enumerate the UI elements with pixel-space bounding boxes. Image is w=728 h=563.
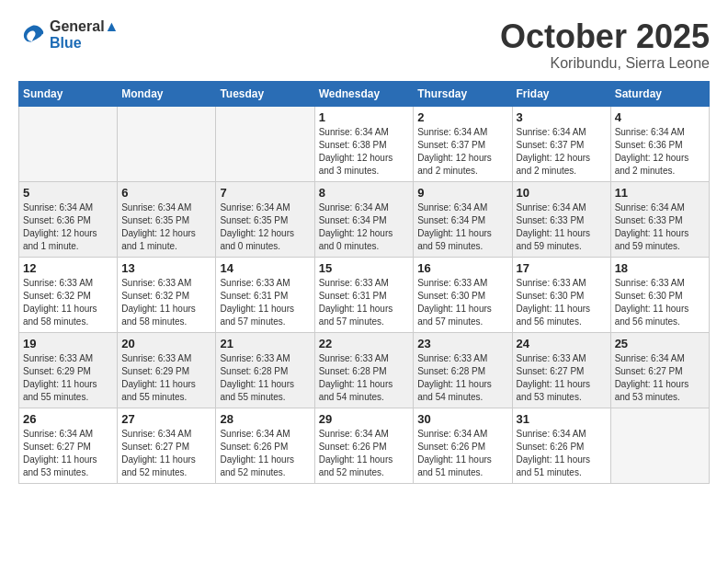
calendar-day: 23Sunrise: 6:33 AM Sunset: 6:28 PM Dayli…	[414, 332, 512, 408]
calendar-day: 31Sunrise: 6:34 AM Sunset: 6:26 PM Dayli…	[512, 408, 610, 483]
col-header-tuesday: Tuesday	[216, 81, 314, 106]
day-number: 7	[220, 186, 310, 200]
day-number: 19	[23, 337, 113, 350]
col-header-monday: Monday	[118, 81, 216, 106]
day-info: Sunrise: 6:33 AM Sunset: 6:28 PM Dayligh…	[319, 352, 410, 404]
day-number: 16	[417, 261, 507, 275]
day-info: Sunrise: 6:33 AM Sunset: 6:31 PM Dayligh…	[220, 277, 310, 328]
calendar-day: 10Sunrise: 6:34 AM Sunset: 6:33 PM Dayli…	[512, 181, 610, 257]
calendar-day: 7Sunrise: 6:34 AM Sunset: 6:35 PM Daylig…	[216, 181, 314, 257]
calendar-day	[610, 408, 709, 483]
day-number: 3	[517, 110, 607, 124]
day-info: Sunrise: 6:34 AM Sunset: 6:27 PM Dayligh…	[23, 428, 113, 479]
col-header-wednesday: Wednesday	[314, 81, 414, 106]
calendar-day: 15Sunrise: 6:33 AM Sunset: 6:31 PM Dayli…	[314, 257, 414, 332]
day-info: Sunrise: 6:33 AM Sunset: 6:27 PM Dayligh…	[517, 352, 607, 404]
day-number: 17	[517, 261, 607, 275]
logo: General▲ Blue	[18, 18, 119, 51]
day-number: 8	[319, 186, 410, 200]
day-number: 29	[319, 412, 410, 426]
calendar-day: 17Sunrise: 6:33 AM Sunset: 6:30 PM Dayli…	[512, 257, 610, 332]
day-info: Sunrise: 6:34 AM Sunset: 6:33 PM Dayligh…	[615, 201, 705, 253]
day-info: Sunrise: 6:33 AM Sunset: 6:29 PM Dayligh…	[121, 352, 211, 404]
day-info: Sunrise: 6:34 AM Sunset: 6:34 PM Dayligh…	[319, 201, 410, 253]
calendar-header-row: SundayMondayTuesdayWednesdayThursdayFrid…	[19, 81, 710, 106]
day-info: Sunrise: 6:33 AM Sunset: 6:28 PM Dayligh…	[220, 352, 310, 404]
calendar-table: SundayMondayTuesdayWednesdayThursdayFrid…	[18, 81, 710, 484]
day-number: 18	[615, 261, 705, 275]
day-info: Sunrise: 6:34 AM Sunset: 6:35 PM Dayligh…	[220, 201, 310, 253]
day-info: Sunrise: 6:34 AM Sunset: 6:26 PM Dayligh…	[220, 428, 310, 479]
day-number: 31	[517, 412, 607, 426]
calendar-day	[19, 106, 118, 181]
calendar-day: 26Sunrise: 6:34 AM Sunset: 6:27 PM Dayli…	[19, 408, 118, 483]
calendar-day: 25Sunrise: 6:34 AM Sunset: 6:27 PM Dayli…	[610, 332, 709, 408]
day-info: Sunrise: 6:34 AM Sunset: 6:37 PM Dayligh…	[417, 126, 507, 178]
calendar-day: 11Sunrise: 6:34 AM Sunset: 6:33 PM Dayli…	[610, 181, 709, 257]
day-info: Sunrise: 6:33 AM Sunset: 6:30 PM Dayligh…	[417, 277, 507, 328]
day-info: Sunrise: 6:34 AM Sunset: 6:33 PM Dayligh…	[517, 201, 607, 253]
calendar-day: 9Sunrise: 6:34 AM Sunset: 6:34 PM Daylig…	[414, 181, 512, 257]
day-number: 30	[417, 412, 507, 426]
day-number: 21	[220, 337, 310, 350]
day-info: Sunrise: 6:33 AM Sunset: 6:32 PM Dayligh…	[121, 277, 211, 328]
calendar-day	[118, 106, 216, 181]
logo-icon	[18, 21, 46, 49]
calendar-day: 21Sunrise: 6:33 AM Sunset: 6:28 PM Dayli…	[216, 332, 314, 408]
col-header-friday: Friday	[512, 81, 610, 106]
day-info: Sunrise: 6:34 AM Sunset: 6:26 PM Dayligh…	[319, 428, 410, 479]
calendar-day: 8Sunrise: 6:34 AM Sunset: 6:34 PM Daylig…	[314, 181, 414, 257]
day-number: 1	[319, 110, 410, 124]
day-number: 27	[121, 412, 211, 426]
calendar-day: 19Sunrise: 6:33 AM Sunset: 6:29 PM Dayli…	[19, 332, 118, 408]
calendar-day: 18Sunrise: 6:33 AM Sunset: 6:30 PM Dayli…	[610, 257, 709, 332]
day-info: Sunrise: 6:34 AM Sunset: 6:34 PM Dayligh…	[417, 201, 507, 253]
calendar-day: 27Sunrise: 6:34 AM Sunset: 6:27 PM Dayli…	[118, 408, 216, 483]
day-number: 28	[220, 412, 310, 426]
day-number: 5	[23, 186, 113, 200]
day-info: Sunrise: 6:33 AM Sunset: 6:29 PM Dayligh…	[23, 352, 113, 404]
day-number: 24	[517, 337, 607, 350]
day-info: Sunrise: 6:33 AM Sunset: 6:30 PM Dayligh…	[615, 277, 705, 328]
day-info: Sunrise: 6:34 AM Sunset: 6:36 PM Dayligh…	[615, 126, 705, 178]
calendar-week-row: 19Sunrise: 6:33 AM Sunset: 6:29 PM Dayli…	[19, 332, 710, 408]
col-header-sunday: Sunday	[19, 81, 118, 106]
calendar-day: 4Sunrise: 6:34 AM Sunset: 6:36 PM Daylig…	[610, 106, 709, 181]
col-header-thursday: Thursday	[414, 81, 512, 106]
day-info: Sunrise: 6:34 AM Sunset: 6:36 PM Dayligh…	[23, 201, 113, 253]
day-info: Sunrise: 6:33 AM Sunset: 6:31 PM Dayligh…	[319, 277, 410, 328]
day-info: Sunrise: 6:33 AM Sunset: 6:28 PM Dayligh…	[417, 352, 507, 404]
day-number: 13	[121, 261, 211, 275]
day-info: Sunrise: 6:34 AM Sunset: 6:37 PM Dayligh…	[517, 126, 607, 178]
day-number: 4	[615, 110, 705, 124]
calendar-week-row: 12Sunrise: 6:33 AM Sunset: 6:32 PM Dayli…	[19, 257, 710, 332]
calendar-day: 30Sunrise: 6:34 AM Sunset: 6:26 PM Dayli…	[414, 408, 512, 483]
calendar-day: 22Sunrise: 6:33 AM Sunset: 6:28 PM Dayli…	[314, 332, 414, 408]
day-number: 14	[220, 261, 310, 275]
calendar-week-row: 1Sunrise: 6:34 AM Sunset: 6:38 PM Daylig…	[19, 106, 710, 181]
day-number: 11	[615, 186, 705, 200]
day-number: 15	[319, 261, 410, 275]
calendar-day: 14Sunrise: 6:33 AM Sunset: 6:31 PM Dayli…	[216, 257, 314, 332]
day-info: Sunrise: 6:33 AM Sunset: 6:32 PM Dayligh…	[23, 277, 113, 328]
calendar-day: 24Sunrise: 6:33 AM Sunset: 6:27 PM Dayli…	[512, 332, 610, 408]
calendar-day: 3Sunrise: 6:34 AM Sunset: 6:37 PM Daylig…	[512, 106, 610, 181]
calendar-day	[216, 106, 314, 181]
day-number: 22	[319, 337, 410, 350]
day-number: 25	[615, 337, 705, 350]
day-number: 20	[121, 337, 211, 350]
day-number: 23	[417, 337, 507, 350]
calendar-day: 2Sunrise: 6:34 AM Sunset: 6:37 PM Daylig…	[414, 106, 512, 181]
calendar-week-row: 5Sunrise: 6:34 AM Sunset: 6:36 PM Daylig…	[19, 181, 710, 257]
day-number: 9	[417, 186, 507, 200]
calendar-day: 29Sunrise: 6:34 AM Sunset: 6:26 PM Dayli…	[314, 408, 414, 483]
day-info: Sunrise: 6:34 AM Sunset: 6:38 PM Dayligh…	[319, 126, 410, 178]
calendar-day: 28Sunrise: 6:34 AM Sunset: 6:26 PM Dayli…	[216, 408, 314, 483]
day-info: Sunrise: 6:34 AM Sunset: 6:26 PM Dayligh…	[417, 428, 507, 479]
calendar-week-row: 26Sunrise: 6:34 AM Sunset: 6:27 PM Dayli…	[19, 408, 710, 483]
page-header: General▲ Blue October 2025 Koribundu, Si…	[18, 18, 710, 72]
day-number: 26	[23, 412, 113, 426]
location: Koribundu, Sierra Leone	[500, 55, 710, 72]
day-number: 10	[517, 186, 607, 200]
month-title: October 2025	[500, 18, 710, 55]
